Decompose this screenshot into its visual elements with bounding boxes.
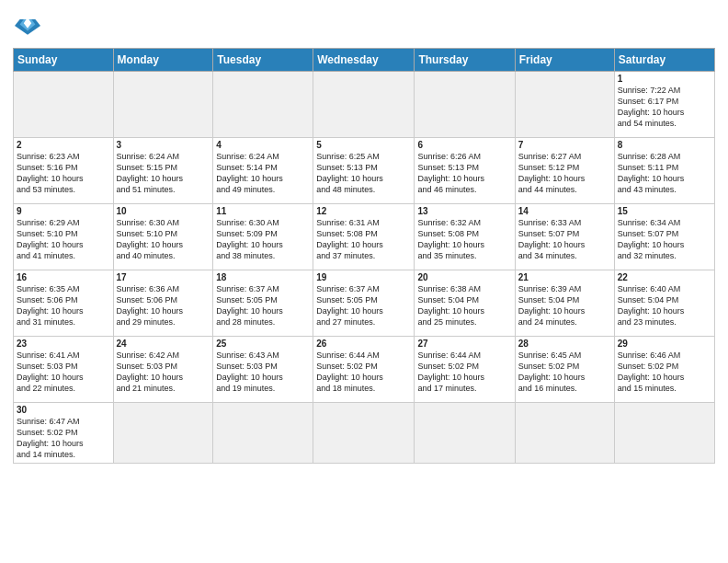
- calendar-week-4: 23Sunrise: 6:41 AM Sunset: 5:03 PM Dayli…: [14, 337, 715, 403]
- calendar-cell: [113, 72, 213, 138]
- calendar-week-2: 9Sunrise: 6:29 AM Sunset: 5:10 PM Daylig…: [14, 204, 715, 270]
- day-number: 5: [316, 140, 411, 150]
- calendar-cell: 4Sunrise: 6:24 AM Sunset: 5:14 PM Daylig…: [213, 138, 313, 204]
- weekday-header-friday: Friday: [515, 49, 614, 72]
- calendar-cell: [415, 72, 515, 138]
- day-number: 27: [417, 339, 511, 349]
- day-info: Sunrise: 6:24 AM Sunset: 5:15 PM Dayligh…: [117, 151, 210, 196]
- calendar-cell: 23Sunrise: 6:41 AM Sunset: 5:03 PM Dayli…: [14, 337, 114, 403]
- calendar-cell: 28Sunrise: 6:45 AM Sunset: 5:02 PM Dayli…: [515, 337, 614, 403]
- day-info: Sunrise: 6:31 AM Sunset: 5:08 PM Dayligh…: [316, 217, 411, 262]
- day-number: 12: [316, 206, 411, 216]
- day-info: Sunrise: 6:46 AM Sunset: 5:02 PM Dayligh…: [618, 350, 711, 395]
- calendar-week-3: 16Sunrise: 6:35 AM Sunset: 5:06 PM Dayli…: [14, 270, 715, 337]
- calendar-cell: 5Sunrise: 6:25 AM Sunset: 5:13 PM Daylig…: [313, 138, 415, 204]
- weekday-header-thursday: Thursday: [415, 49, 515, 72]
- day-number: 8: [618, 140, 711, 150]
- calendar-cell: [213, 403, 313, 464]
- day-info: Sunrise: 6:27 AM Sunset: 5:12 PM Dayligh…: [518, 151, 611, 196]
- calendar-cell: 1Sunrise: 7:22 AM Sunset: 6:17 PM Daylig…: [614, 72, 714, 138]
- calendar-cell: 27Sunrise: 6:44 AM Sunset: 5:02 PM Dayli…: [415, 337, 515, 403]
- logo-icon: [15, 13, 40, 39]
- day-number: 26: [316, 339, 411, 349]
- day-info: Sunrise: 6:24 AM Sunset: 5:14 PM Dayligh…: [216, 151, 310, 196]
- day-number: 10: [117, 206, 210, 216]
- day-number: 19: [316, 272, 411, 282]
- day-info: Sunrise: 6:32 AM Sunset: 5:08 PM Dayligh…: [417, 217, 511, 262]
- calendar-cell: 10Sunrise: 6:30 AM Sunset: 5:10 PM Dayli…: [113, 204, 213, 270]
- day-info: Sunrise: 6:35 AM Sunset: 5:06 PM Dayligh…: [17, 283, 110, 328]
- day-number: 3: [117, 140, 210, 150]
- calendar-cell: 22Sunrise: 6:40 AM Sunset: 5:04 PM Dayli…: [614, 270, 714, 337]
- day-info: Sunrise: 6:28 AM Sunset: 5:11 PM Dayligh…: [618, 151, 711, 196]
- calendar-cell: 15Sunrise: 6:34 AM Sunset: 5:07 PM Dayli…: [614, 204, 714, 270]
- calendar-cell: 18Sunrise: 6:37 AM Sunset: 5:05 PM Dayli…: [213, 270, 313, 337]
- calendar-cell: 24Sunrise: 6:42 AM Sunset: 5:03 PM Dayli…: [113, 337, 213, 403]
- day-info: Sunrise: 6:34 AM Sunset: 5:07 PM Dayligh…: [618, 217, 711, 262]
- calendar-cell: 16Sunrise: 6:35 AM Sunset: 5:06 PM Dayli…: [14, 270, 114, 337]
- calendar-cell: 29Sunrise: 6:46 AM Sunset: 5:02 PM Dayli…: [614, 337, 714, 403]
- day-info: Sunrise: 6:23 AM Sunset: 5:16 PM Dayligh…: [17, 151, 110, 196]
- day-info: Sunrise: 6:44 AM Sunset: 5:02 PM Dayligh…: [417, 350, 511, 395]
- day-number: 13: [417, 206, 511, 216]
- calendar-cell: [415, 403, 515, 464]
- calendar-cell: [614, 403, 714, 464]
- day-info: Sunrise: 7:22 AM Sunset: 6:17 PM Dayligh…: [618, 85, 711, 130]
- day-number: 7: [518, 140, 611, 150]
- day-info: Sunrise: 6:39 AM Sunset: 5:04 PM Dayligh…: [518, 283, 611, 328]
- calendar-cell: [313, 72, 415, 138]
- day-info: Sunrise: 6:36 AM Sunset: 5:06 PM Dayligh…: [117, 283, 210, 328]
- day-info: Sunrise: 6:25 AM Sunset: 5:13 PM Dayligh…: [316, 151, 411, 196]
- calendar-cell: 9Sunrise: 6:29 AM Sunset: 5:10 PM Daylig…: [14, 204, 114, 270]
- calendar-cell: 30Sunrise: 6:47 AM Sunset: 5:02 PM Dayli…: [14, 403, 114, 464]
- calendar-cell: 14Sunrise: 6:33 AM Sunset: 5:07 PM Dayli…: [515, 204, 614, 270]
- day-number: 29: [618, 339, 711, 349]
- header: [13, 9, 715, 42]
- day-number: 18: [216, 272, 310, 282]
- calendar-cell: 17Sunrise: 6:36 AM Sunset: 5:06 PM Dayli…: [113, 270, 213, 337]
- day-number: 6: [417, 140, 511, 150]
- day-info: Sunrise: 6:40 AM Sunset: 5:04 PM Dayligh…: [618, 283, 711, 328]
- day-number: 24: [117, 339, 210, 349]
- day-number: 23: [17, 339, 110, 349]
- day-info: Sunrise: 6:30 AM Sunset: 5:10 PM Dayligh…: [117, 217, 210, 262]
- calendar-cell: 21Sunrise: 6:39 AM Sunset: 5:04 PM Dayli…: [515, 270, 614, 337]
- calendar-week-1: 2Sunrise: 6:23 AM Sunset: 5:16 PM Daylig…: [14, 138, 715, 204]
- logo-area: [13, 9, 40, 42]
- day-info: Sunrise: 6:37 AM Sunset: 5:05 PM Dayligh…: [316, 283, 411, 328]
- day-info: Sunrise: 6:30 AM Sunset: 5:09 PM Dayligh…: [216, 217, 310, 262]
- day-number: 21: [518, 272, 611, 282]
- day-number: 20: [417, 272, 511, 282]
- day-info: Sunrise: 6:38 AM Sunset: 5:04 PM Dayligh…: [417, 283, 511, 328]
- day-info: Sunrise: 6:26 AM Sunset: 5:13 PM Dayligh…: [417, 151, 511, 196]
- calendar-cell: 20Sunrise: 6:38 AM Sunset: 5:04 PM Dayli…: [415, 270, 515, 337]
- calendar-cell: 26Sunrise: 6:44 AM Sunset: 5:02 PM Dayli…: [313, 337, 415, 403]
- day-number: 1: [618, 74, 711, 84]
- day-info: Sunrise: 6:44 AM Sunset: 5:02 PM Dayligh…: [316, 350, 411, 395]
- day-info: Sunrise: 6:33 AM Sunset: 5:07 PM Dayligh…: [518, 217, 611, 262]
- weekday-header-sunday: Sunday: [14, 49, 114, 72]
- calendar-cell: 13Sunrise: 6:32 AM Sunset: 5:08 PM Dayli…: [415, 204, 515, 270]
- day-info: Sunrise: 6:42 AM Sunset: 5:03 PM Dayligh…: [117, 350, 210, 395]
- calendar-week-5: 30Sunrise: 6:47 AM Sunset: 5:02 PM Dayli…: [14, 403, 715, 464]
- day-info: Sunrise: 6:41 AM Sunset: 5:03 PM Dayligh…: [17, 350, 110, 395]
- calendar-cell: [313, 403, 415, 464]
- day-number: 11: [216, 206, 310, 216]
- day-number: 17: [117, 272, 210, 282]
- calendar-cell: 3Sunrise: 6:24 AM Sunset: 5:15 PM Daylig…: [113, 138, 213, 204]
- day-info: Sunrise: 6:37 AM Sunset: 5:05 PM Dayligh…: [216, 283, 310, 328]
- weekday-header-tuesday: Tuesday: [213, 49, 313, 72]
- day-number: 28: [518, 339, 611, 349]
- calendar-cell: 8Sunrise: 6:28 AM Sunset: 5:11 PM Daylig…: [614, 138, 714, 204]
- calendar-table: SundayMondayTuesdayWednesdayThursdayFrid…: [13, 48, 715, 464]
- calendar-cell: 12Sunrise: 6:31 AM Sunset: 5:08 PM Dayli…: [313, 204, 415, 270]
- weekday-header-saturday: Saturday: [614, 49, 714, 72]
- day-number: 22: [618, 272, 711, 282]
- calendar-cell: [14, 72, 114, 138]
- day-info: Sunrise: 6:29 AM Sunset: 5:10 PM Dayligh…: [17, 217, 110, 262]
- day-number: 2: [17, 140, 110, 150]
- calendar-cell: 2Sunrise: 6:23 AM Sunset: 5:16 PM Daylig…: [14, 138, 114, 204]
- calendar-cell: 7Sunrise: 6:27 AM Sunset: 5:12 PM Daylig…: [515, 138, 614, 204]
- calendar-cell: [515, 72, 614, 138]
- day-number: 15: [618, 206, 711, 216]
